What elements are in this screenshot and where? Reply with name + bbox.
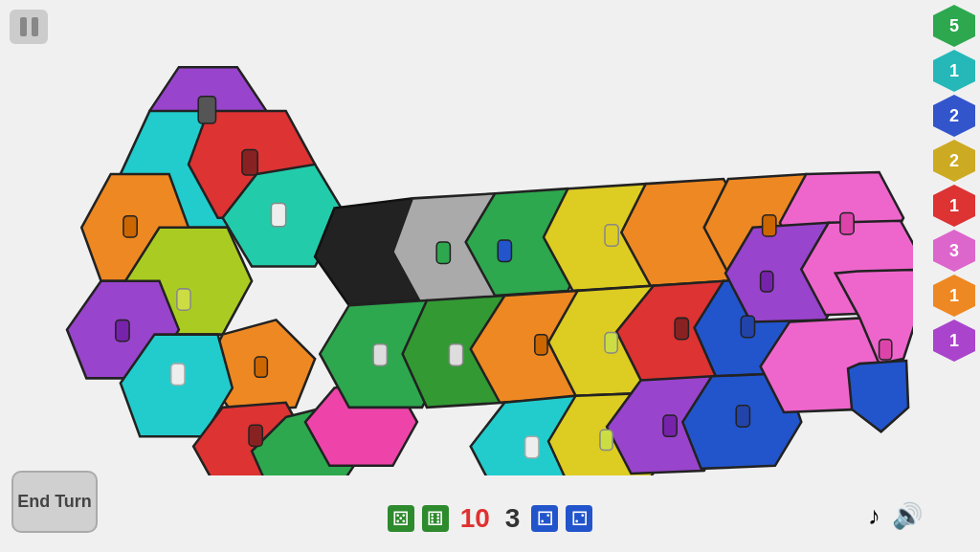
svg-rect-40 <box>171 364 185 385</box>
svg-rect-57 <box>736 406 749 427</box>
svg-rect-59 <box>600 430 612 450</box>
svg-rect-55 <box>880 340 892 360</box>
svg-rect-47 <box>605 225 618 246</box>
svg-rect-34 <box>198 97 215 123</box>
blue-dice-1[interactable]: ⚁ <box>531 505 558 532</box>
sidebar-item-2[interactable]: 2 <box>933 95 975 137</box>
sidebar-item-7[interactable]: 1 <box>933 320 975 362</box>
svg-rect-53 <box>741 316 754 337</box>
sidebar-item-3[interactable]: 2 <box>933 140 975 182</box>
svg-rect-44 <box>498 240 511 261</box>
svg-rect-58 <box>525 436 539 457</box>
sidebar-item-1[interactable]: 1 <box>933 50 975 92</box>
score-display: 10 <box>460 503 490 534</box>
volume-button[interactable]: 🔊 <box>892 501 923 531</box>
svg-rect-43 <box>436 242 450 263</box>
sidebar-item-0[interactable]: 5 <box>933 5 975 47</box>
svg-rect-50 <box>535 335 547 355</box>
svg-rect-36 <box>271 203 285 226</box>
sound-controls: ♪ 🔊 <box>868 501 923 531</box>
pause-button[interactable] <box>10 10 48 44</box>
svg-rect-41 <box>249 425 262 446</box>
svg-rect-38 <box>177 289 190 310</box>
svg-marker-33 <box>848 361 908 431</box>
svg-rect-45 <box>373 344 387 365</box>
svg-rect-46 <box>449 344 462 365</box>
blue-dice-2[interactable]: ⚁ <box>566 505 592 532</box>
svg-rect-35 <box>242 150 257 175</box>
svg-rect-39 <box>116 320 129 341</box>
music-button[interactable]: ♪ <box>868 501 880 531</box>
right-sidebar: 5 1 2 2 1 3 1 1 <box>933 5 975 362</box>
green-dice-1[interactable]: ⚄ <box>388 505 414 532</box>
svg-rect-48 <box>763 215 776 236</box>
sidebar-item-6[interactable]: 1 <box>933 275 975 317</box>
bottom-bar: ⚄ ⚅ 10 3 ⚁ ⚁ <box>0 485 980 552</box>
svg-rect-54 <box>761 272 773 292</box>
svg-rect-52 <box>675 318 688 339</box>
svg-rect-42 <box>255 357 267 377</box>
svg-rect-51 <box>605 333 617 353</box>
svg-rect-37 <box>123 216 137 237</box>
svg-rect-56 <box>663 415 677 436</box>
svg-rect-49 <box>840 213 854 234</box>
game-board <box>57 57 913 475</box>
sidebar-item-4[interactable]: 1 <box>933 185 975 227</box>
move-display: 3 <box>505 503 521 534</box>
sidebar-item-5[interactable]: 3 <box>933 230 975 272</box>
green-dice-2[interactable]: ⚅ <box>422 505 449 532</box>
